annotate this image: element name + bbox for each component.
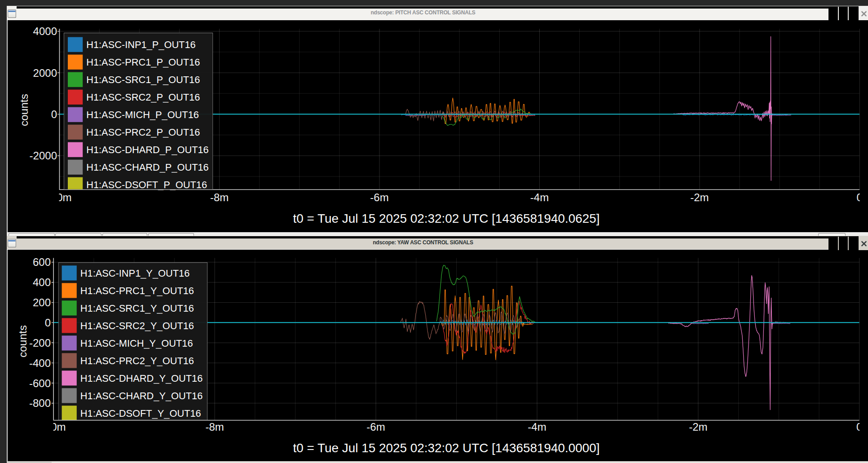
svg-text:-10m: -10m — [41, 421, 66, 433]
svg-text:H1:ASC-CHARD_Y_OUT16: H1:ASC-CHARD_Y_OUT16 — [80, 390, 203, 401]
svg-text:0: 0 — [51, 108, 57, 120]
svg-text:-2m: -2m — [689, 421, 707, 433]
svg-text:600: 600 — [33, 256, 51, 268]
svg-text:H1:ASC-INP1_P_OUT16: H1:ASC-INP1_P_OUT16 — [86, 39, 196, 50]
svg-text:H1:ASC-CHARD_P_OUT16: H1:ASC-CHARD_P_OUT16 — [86, 162, 209, 173]
svg-text:H1:ASC-DHARD_Y_OUT16: H1:ASC-DHARD_Y_OUT16 — [80, 373, 203, 384]
svg-text:t0 = Tue Jul 15 2025 02:32:02: t0 = Tue Jul 15 2025 02:32:02 UTC [14365… — [293, 212, 599, 225]
svg-text:2000: 2000 — [33, 67, 57, 79]
svg-text:-200: -200 — [29, 337, 51, 349]
svg-text:t0 = Tue Jul 15 2025 02:32:02: t0 = Tue Jul 15 2025 02:32:02 UTC [14365… — [293, 441, 599, 455]
svg-text:200: 200 — [33, 296, 51, 309]
svg-text:H1:ASC-MICH_P_OUT16: H1:ASC-MICH_P_OUT16 — [86, 109, 199, 120]
svg-text:-8m: -8m — [205, 421, 224, 433]
svg-text:H1:ASC-DSOFT_Y_OUT16: H1:ASC-DSOFT_Y_OUT16 — [80, 408, 201, 419]
svg-text:H1:ASC-INP1_Y_OUT16: H1:ASC-INP1_Y_OUT16 — [80, 268, 189, 279]
svg-text:-8m: -8m — [210, 191, 229, 203]
svg-text:-10m: -10m — [47, 191, 72, 203]
svg-text:0: 0 — [45, 317, 51, 329]
svg-text:-4m: -4m — [530, 191, 549, 203]
svg-text:-4m: -4m — [528, 421, 546, 433]
svg-text:H1:ASC-MICH_Y_OUT16: H1:ASC-MICH_Y_OUT16 — [80, 338, 193, 349]
svg-text:-6m: -6m — [370, 191, 388, 203]
svg-text:-400: -400 — [29, 357, 51, 369]
svg-text:-800: -800 — [29, 397, 51, 409]
svg-text:counts: counts — [18, 94, 30, 126]
svg-text:H1:ASC-SRC2_P_OUT16: H1:ASC-SRC2_P_OUT16 — [86, 92, 200, 103]
svg-text:-2000: -2000 — [30, 150, 57, 162]
svg-text:0: 0 — [857, 191, 863, 203]
svg-text:H1:ASC-SRC1_P_OUT16: H1:ASC-SRC1_P_OUT16 — [86, 74, 200, 85]
svg-text:-6m: -6m — [366, 421, 385, 433]
svg-text:H1:ASC-SRC1_Y_OUT16: H1:ASC-SRC1_Y_OUT16 — [80, 303, 194, 314]
svg-text:4000: 4000 — [33, 25, 57, 37]
svg-text:counts: counts — [17, 325, 29, 357]
svg-text:0: 0 — [856, 421, 862, 433]
svg-text:-2m: -2m — [690, 191, 709, 203]
svg-text:H1:ASC-SRC2_Y_OUT16: H1:ASC-SRC2_Y_OUT16 — [80, 320, 194, 331]
svg-text:H1:ASC-DSOFT_P_OUT16: H1:ASC-DSOFT_P_OUT16 — [86, 179, 207, 190]
svg-text:H1:ASC-PRC1_Y_OUT16: H1:ASC-PRC1_Y_OUT16 — [80, 285, 194, 296]
svg-text:-600: -600 — [29, 377, 51, 389]
svg-text:H1:ASC-PRC2_Y_OUT16: H1:ASC-PRC2_Y_OUT16 — [80, 355, 194, 366]
svg-text:400: 400 — [33, 276, 51, 288]
svg-text:H1:ASC-DHARD_P_OUT16: H1:ASC-DHARD_P_OUT16 — [86, 144, 209, 155]
svg-text:H1:ASC-PRC2_P_OUT16: H1:ASC-PRC2_P_OUT16 — [86, 127, 200, 138]
svg-text:H1:ASC-PRC1_P_OUT16: H1:ASC-PRC1_P_OUT16 — [86, 57, 200, 68]
